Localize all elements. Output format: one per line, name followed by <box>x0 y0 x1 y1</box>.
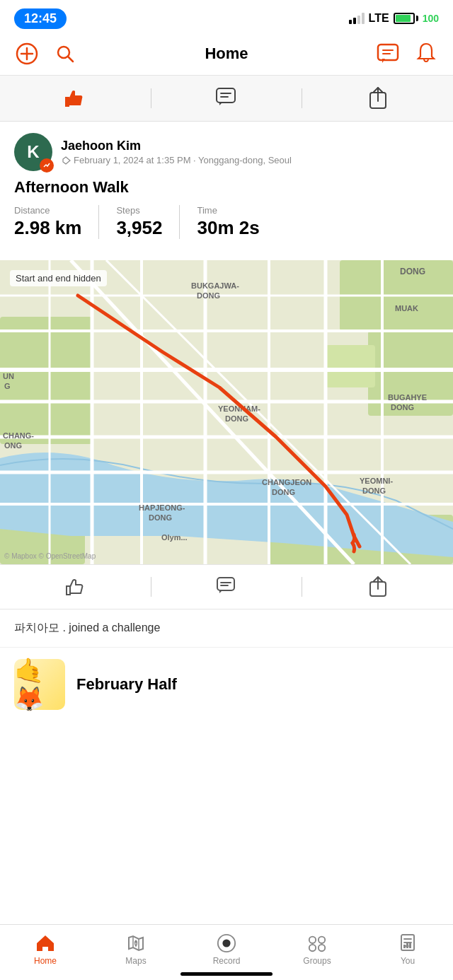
svg-point-67 <box>319 937 325 943</box>
avatar: K <box>14 133 52 171</box>
share-button[interactable] <box>302 565 453 609</box>
svg-rect-17 <box>326 345 375 387</box>
page-title: Home <box>78 45 375 63</box>
challenge-icon: 🤙🦊 <box>14 659 65 710</box>
nav-maps[interactable]: Maps <box>91 931 181 966</box>
svg-rect-56 <box>217 578 234 590</box>
svg-text:Olym...: Olym... <box>161 533 188 542</box>
battery-percent: 100 <box>423 13 439 24</box>
header-right-actions <box>375 41 439 66</box>
top-share-button[interactable] <box>302 77 453 119</box>
groups-icon <box>307 933 327 953</box>
map-hidden-label: Start and end hidden <box>10 270 107 286</box>
svg-point-63 <box>135 941 137 943</box>
messages-button[interactable] <box>375 41 401 66</box>
stat-divider-1 <box>98 205 99 239</box>
svg-text:HAPJEONG-: HAPJEONG- <box>139 503 185 512</box>
svg-point-65 <box>222 939 230 947</box>
nav-home[interactable]: Home <box>0 931 91 966</box>
svg-text:ONG: ONG <box>4 441 22 450</box>
svg-text:CHANG-: CHANG- <box>3 431 34 440</box>
svg-rect-75 <box>406 943 408 948</box>
svg-text:BUGAHYE: BUGAHYE <box>388 393 427 402</box>
svg-rect-76 <box>409 943 411 948</box>
nav-home-label: Home <box>34 956 57 966</box>
nav-record-label: Record <box>213 956 241 966</box>
post-action-bar <box>0 564 453 609</box>
comment-button[interactable] <box>151 565 302 609</box>
home-icon <box>35 933 55 953</box>
maps-icon <box>126 933 146 953</box>
avatar-badge <box>40 158 54 173</box>
svg-text:DONG: DONG <box>391 403 414 412</box>
svg-point-68 <box>309 945 316 951</box>
nav-groups[interactable]: Groups <box>272 931 362 966</box>
add-button[interactable] <box>14 41 40 66</box>
svg-text:G: G <box>4 382 11 390</box>
post-meta: February 1, 2024 at 1:35 PM · Yonggang-d… <box>61 155 292 165</box>
svg-line-4 <box>68 57 73 62</box>
nav-you-label: You <box>401 956 415 966</box>
post-user-name[interactable]: Jaehoon Kim <box>61 139 292 153</box>
search-button[interactable] <box>52 41 78 66</box>
record-icon <box>217 933 236 953</box>
stat-steps: Steps 3,952 <box>116 205 179 239</box>
stats-row: Distance 2.98 km Steps 3,952 Time 30m 2s <box>14 205 439 239</box>
svg-text:YEOMNI-: YEOMNI- <box>360 477 393 485</box>
nav-groups-label: Groups <box>303 956 331 966</box>
like-button[interactable] <box>0 565 151 609</box>
home-indicator <box>180 972 273 976</box>
nav-record[interactable]: Record <box>181 931 272 966</box>
svg-rect-74 <box>403 945 406 948</box>
post-header: K Jaehoon Kim February 1, 2024 at 1:35 P… <box>14 133 439 171</box>
status-time: 12:45 <box>14 8 67 29</box>
notifications-button[interactable] <box>413 41 439 66</box>
svg-text:CHANGJEON: CHANGJEON <box>262 478 311 486</box>
svg-text:DONG: DONG <box>225 414 248 423</box>
signal-icon <box>349 13 365 24</box>
svg-text:DONG: DONG <box>362 486 386 495</box>
top-like-button[interactable] <box>0 76 151 121</box>
svg-point-66 <box>309 937 316 943</box>
header-left-actions <box>14 41 78 66</box>
svg-text:© Mapbox © OpenStreetMap: © Mapbox © OpenStreetMap <box>4 552 96 560</box>
nav-maps-label: Maps <box>125 956 146 966</box>
nav-you[interactable]: You <box>362 931 453 966</box>
svg-text:MUAK: MUAK <box>395 304 418 313</box>
top-comment-button[interactable] <box>151 77 302 119</box>
svg-rect-5 <box>378 45 398 60</box>
stat-distance: Distance 2.98 km <box>14 205 98 239</box>
status-bar: 12:45 LTE 100 <box>0 0 453 35</box>
svg-rect-8 <box>217 88 235 103</box>
status-right: LTE 100 <box>349 12 439 25</box>
svg-text:UN: UN <box>3 372 14 380</box>
top-action-bar <box>0 76 453 122</box>
svg-text:DONG: DONG <box>197 291 220 300</box>
challenge-notification: 파치아모 . joined a challenge <box>0 609 453 648</box>
you-icon <box>398 933 418 953</box>
header: Home <box>0 35 453 76</box>
activity-map[interactable]: DONG BUKGAJWA- DONG MUAK UN G CHANG- ONG… <box>0 260 453 564</box>
svg-text:DONG: DONG <box>149 513 172 522</box>
post-card: K Jaehoon Kim February 1, 2024 at 1:35 P… <box>0 122 453 260</box>
svg-text:BUKGAJWA-: BUKGAJWA- <box>191 281 239 290</box>
challenge-card[interactable]: 🤙🦊 February Half <box>0 648 453 721</box>
battery-indicator <box>394 13 418 24</box>
network-label: LTE <box>369 12 389 25</box>
stat-divider-2 <box>179 205 180 239</box>
post-activity-title: Afternoon Walk <box>14 178 439 197</box>
svg-text:DONG: DONG <box>400 267 425 276</box>
svg-point-69 <box>319 945 325 951</box>
stat-time: Time 30m 2s <box>197 205 276 239</box>
svg-rect-14 <box>0 317 92 444</box>
challenge-title: February Half <box>76 675 177 694</box>
post-user-info: Jaehoon Kim February 1, 2024 at 1:35 PM … <box>61 139 292 165</box>
svg-text:DONG: DONG <box>272 488 295 496</box>
